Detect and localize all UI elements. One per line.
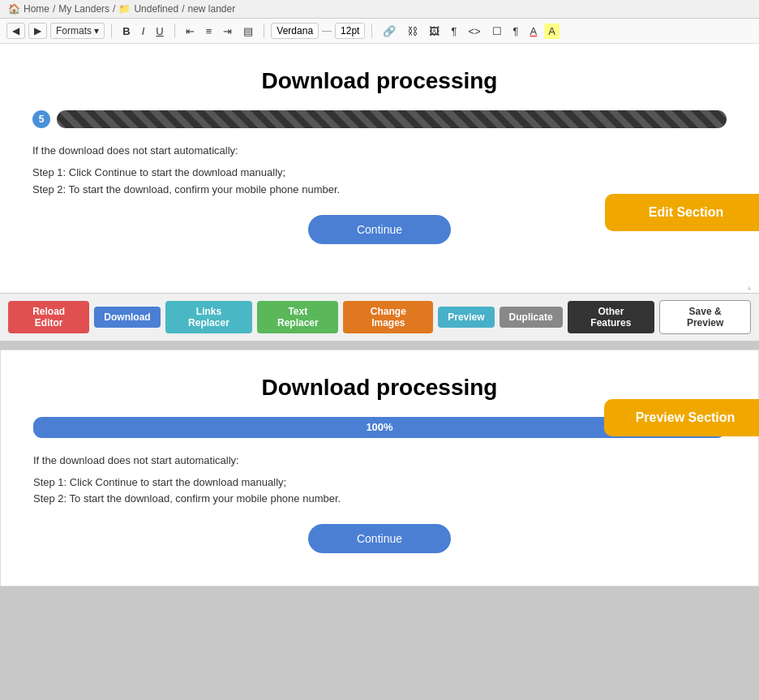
change-images-button[interactable]: Change Images bbox=[343, 301, 433, 333]
save-preview-button[interactable]: Save & Preview bbox=[659, 300, 751, 334]
progress-bar-editor bbox=[57, 110, 727, 128]
download-text: If the download does not start automatic… bbox=[32, 144, 727, 157]
preview-step2-text: Step 2: To start the download, confirm y… bbox=[33, 491, 726, 508]
breadcrumb-current: new lander bbox=[187, 3, 235, 15]
editor-title: Download processing bbox=[32, 68, 727, 94]
para2-button[interactable]: ¶ bbox=[509, 24, 523, 39]
duplicate-button[interactable]: Duplicate bbox=[500, 307, 563, 328]
back-button[interactable]: ◀ bbox=[6, 23, 25, 39]
toolbar-separator2 bbox=[174, 24, 175, 38]
editor-toolbar: ◀ ▶ Formats ▾ B I U ⇤ ≡ ⇥ ▤ Verdana — 12… bbox=[0, 19, 759, 44]
preview-step1-text: Step 1: Click Continue to start the down… bbox=[33, 475, 726, 492]
image-button[interactable]: 🖼 bbox=[425, 24, 444, 39]
progress-percent-label: 100% bbox=[366, 421, 392, 433]
underline-button[interactable]: U bbox=[152, 24, 167, 39]
breadcrumb-my-landers[interactable]: My Landers bbox=[58, 3, 109, 15]
breadcrumb-home[interactable]: Home bbox=[24, 3, 49, 15]
breadcrumb-sep1: / bbox=[53, 3, 55, 15]
preview-inner: Download processing 100% If the download… bbox=[1, 350, 758, 586]
preview-container: Download processing 100% If the download… bbox=[0, 350, 759, 587]
other-features-button[interactable]: Other Features bbox=[568, 301, 655, 333]
resize-handle[interactable]: ⌞ bbox=[748, 281, 757, 291]
toolbar-separator3 bbox=[264, 24, 264, 38]
font-size-selector[interactable]: 12pt bbox=[335, 23, 365, 39]
progress-container-editor: 5 bbox=[32, 110, 727, 128]
toolbar-separator bbox=[111, 24, 112, 38]
editor-container: Download processing 5 If the download do… bbox=[0, 44, 759, 293]
links-replacer-button[interactable]: Links Replacer bbox=[165, 301, 253, 333]
continue-button[interactable]: Continue bbox=[308, 215, 451, 244]
paragraph-button[interactable]: ¶ bbox=[447, 24, 461, 39]
breadcrumb-sep2: / bbox=[113, 3, 115, 15]
formats-dropdown[interactable]: Formats ▾ bbox=[50, 23, 105, 39]
align-center-button[interactable]: ≡ bbox=[202, 24, 217, 39]
reload-editor-button[interactable]: Reload Editor bbox=[8, 301, 89, 333]
breadcrumb: 🏠 Home / My Landers / 📁 Undefined / new … bbox=[0, 0, 759, 19]
align-right-button[interactable]: ⇥ bbox=[219, 24, 236, 39]
preview-continue-button[interactable]: Continue bbox=[308, 524, 451, 553]
preview-section-button[interactable]: Preview Section bbox=[604, 399, 759, 436]
italic-button[interactable]: I bbox=[138, 24, 149, 39]
preview-download-text: If the download does not start automatic… bbox=[33, 454, 726, 466]
download-button[interactable]: Download bbox=[94, 307, 160, 328]
align-left-button[interactable]: ⇤ bbox=[182, 24, 199, 39]
preview-title: Download processing bbox=[33, 375, 726, 401]
text-replacer-button[interactable]: Text Replacer bbox=[257, 301, 338, 333]
breadcrumb-sep3: / bbox=[182, 3, 184, 15]
breadcrumb-folder[interactable]: Undefined bbox=[134, 3, 178, 15]
font-selector[interactable]: Verdana bbox=[271, 23, 319, 39]
step1-text: Step 1: Click Continue to start the down… bbox=[32, 165, 727, 182]
home-icon: 🏠 bbox=[8, 3, 20, 15]
progress-badge: 5 bbox=[32, 110, 50, 128]
forward-button[interactable]: ▶ bbox=[28, 23, 47, 39]
link-button[interactable]: 🔗 bbox=[379, 24, 400, 39]
unlink-button[interactable]: ⛓ bbox=[403, 24, 422, 39]
folder-icon: 📁 bbox=[118, 3, 131, 15]
preview-button[interactable]: Preview bbox=[438, 307, 494, 328]
font-color-button[interactable]: A bbox=[526, 24, 542, 39]
font-size-separator: — bbox=[322, 25, 332, 37]
align-justify-button[interactable]: ▤ bbox=[239, 24, 257, 39]
edit-section-button[interactable]: Edit Section bbox=[605, 194, 759, 231]
preview-download-steps: Step 1: Click Continue to start the down… bbox=[33, 475, 726, 509]
bold-button[interactable]: B bbox=[118, 24, 134, 39]
editor-inner: Download processing 5 If the download do… bbox=[0, 44, 759, 293]
bg-color-button[interactable]: A bbox=[544, 24, 560, 39]
bottom-toolbar: Reload Editor Download Links Replacer Te… bbox=[0, 293, 759, 341]
code-button[interactable]: <> bbox=[464, 24, 484, 39]
block-button[interactable]: ☐ bbox=[488, 24, 506, 39]
toolbar-separator4 bbox=[371, 24, 372, 38]
